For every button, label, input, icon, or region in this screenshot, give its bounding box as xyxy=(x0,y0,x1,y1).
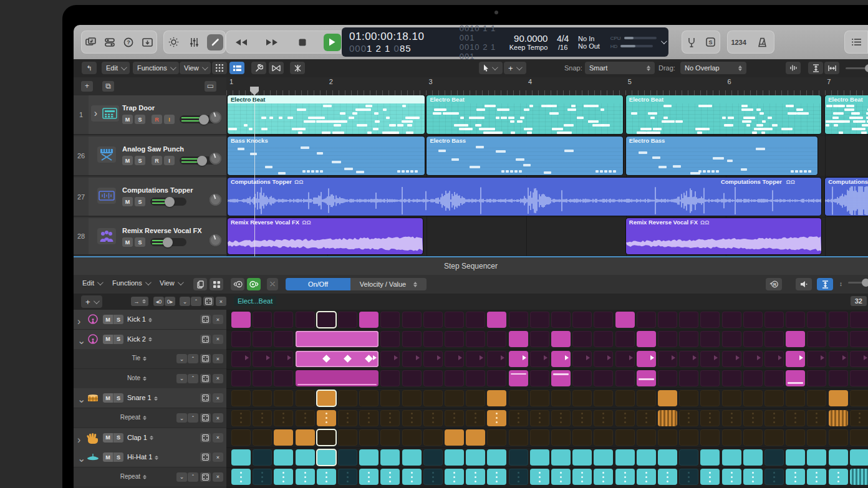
step-kick2-22[interactable] xyxy=(679,331,698,347)
step-snare1-repeat-30[interactable] xyxy=(850,410,868,426)
nudge-left-button[interactable]: ◂0 xyxy=(153,297,164,306)
mute-button[interactable]: M xyxy=(122,156,133,165)
step-snare1-27[interactable] xyxy=(786,390,805,406)
row-disclosure-button[interactable]: ⌄ xyxy=(77,393,85,405)
step-kick2-tie-23[interactable] xyxy=(700,351,720,367)
forward-button[interactable] xyxy=(263,33,281,52)
step-hihat1-23[interactable] xyxy=(700,449,720,466)
step-snare1-29[interactable] xyxy=(829,390,848,406)
step-hihat1-3[interactable] xyxy=(274,449,293,466)
step-snare1-25[interactable] xyxy=(743,390,763,406)
step-clap1-13[interactable] xyxy=(487,429,506,446)
wrench-icon[interactable] xyxy=(251,62,266,74)
step-kick2-note-28[interactable] xyxy=(807,370,826,386)
step-clap1-20[interactable] xyxy=(637,429,656,446)
step-hihat1-25[interactable] xyxy=(743,449,763,466)
step-kick2-8[interactable] xyxy=(380,331,400,347)
copy-pattern-icon[interactable] xyxy=(193,278,207,290)
row-direction-button[interactable]: → xyxy=(131,297,148,306)
play-button[interactable] xyxy=(324,34,341,51)
step-hihat1-repeat-29[interactable] xyxy=(829,469,848,485)
step-clap1-3[interactable] xyxy=(274,429,293,446)
duplicate-track-button[interactable]: ⧉ xyxy=(102,81,114,92)
step-kick2-note-13[interactable] xyxy=(487,370,506,386)
step-clap1-21[interactable] xyxy=(658,429,677,446)
row-dice-button[interactable] xyxy=(200,413,211,423)
step-kick2-note-8[interactable] xyxy=(380,370,400,386)
step-clap1-22[interactable] xyxy=(679,429,698,446)
step-snare1-20[interactable] xyxy=(637,390,656,406)
step-snare1-24[interactable] xyxy=(722,390,741,406)
step-snare1-repeat-23[interactable] xyxy=(700,410,720,426)
step-hihat1-22[interactable] xyxy=(679,449,698,466)
inspector-icon[interactable] xyxy=(140,34,156,50)
seq-row-header-clap1[interactable]: ›MSClap 1× xyxy=(74,428,226,448)
row-solo-button[interactable]: S xyxy=(113,433,123,443)
seq-row-header-kick1[interactable]: ›MSKick 1× xyxy=(74,310,226,330)
step-hihat1-13[interactable] xyxy=(487,449,506,466)
track-name[interactable]: Analog Saw Punch xyxy=(122,145,184,153)
list-editor-icon[interactable] xyxy=(848,34,864,50)
stop-button[interactable] xyxy=(293,33,312,52)
step-kick2-note-30[interactable] xyxy=(850,370,868,386)
count-in-button[interactable]: 1234 xyxy=(731,39,746,46)
help-icon[interactable]: ? xyxy=(120,34,137,50)
region-remix-reverse-vocal-fx[interactable]: Remix Reverse Vocal FXΩΩ xyxy=(626,218,821,254)
solo-button[interactable]: S xyxy=(135,156,145,165)
step-snare1-18[interactable] xyxy=(594,390,613,406)
step-snare1-repeat-26[interactable] xyxy=(764,410,784,426)
step-kick2-17[interactable] xyxy=(572,331,592,347)
step-kick2-note-18[interactable] xyxy=(594,370,613,386)
seq-row-header-snare1-repeat[interactable]: Repeat⌄ˆ× xyxy=(74,408,226,428)
row-clear-button[interactable]: × xyxy=(213,335,223,344)
row-dice-button[interactable] xyxy=(200,472,211,482)
step-snare1-7[interactable] xyxy=(359,390,379,406)
step-hihat1-repeat-13[interactable] xyxy=(487,469,506,485)
step-hihat1-15[interactable] xyxy=(530,449,549,466)
step-hihat1-repeat-19[interactable] xyxy=(615,469,635,485)
pattern-grid-icon[interactable] xyxy=(210,278,223,290)
seq-edit-menu[interactable]: Edit xyxy=(82,279,102,287)
row-label[interactable]: Kick 2 xyxy=(127,335,152,343)
step-kick1-2[interactable] xyxy=(253,312,272,328)
input-monitor-button[interactable]: I xyxy=(164,156,175,165)
step-snare1-4[interactable] xyxy=(296,390,315,406)
decrement-button[interactable]: ⌄ xyxy=(176,472,187,482)
step-kick1-21[interactable] xyxy=(658,312,677,328)
step-hihat1-5[interactable] xyxy=(317,449,336,466)
step-kick2-tie-21[interactable] xyxy=(658,351,677,367)
step-clap1-5[interactable] xyxy=(317,429,336,446)
step-snare1-repeat-25[interactable] xyxy=(743,410,763,426)
seq-zoom-slider[interactable] xyxy=(848,282,868,284)
row-clear-button[interactable]: × xyxy=(213,374,223,383)
step-clap1-9[interactable] xyxy=(402,429,422,446)
step-kick1-4[interactable] xyxy=(296,312,315,328)
step-kick2-tie-25[interactable] xyxy=(743,351,763,367)
row-clear-button[interactable]: × xyxy=(213,315,223,324)
step-kick1-24[interactable] xyxy=(722,312,741,328)
step-kick2-23[interactable] xyxy=(700,331,720,347)
row-solo-button[interactable]: S xyxy=(113,315,123,324)
step-snare1-repeat-14[interactable] xyxy=(509,410,528,426)
step-kick2-note-19[interactable] xyxy=(615,370,635,386)
step-clap1-1[interactable] xyxy=(231,429,251,446)
row-clear-button[interactable]: × xyxy=(213,413,223,423)
step-kick1-27[interactable] xyxy=(786,312,805,328)
step-kick1-26[interactable] xyxy=(764,312,784,328)
step-kick2-tie-15[interactable] xyxy=(530,351,549,367)
step-kick2-10[interactable] xyxy=(423,331,443,347)
step-span-kick2-note[interactable] xyxy=(296,370,379,386)
step-kick2-note-14[interactable] xyxy=(509,370,528,386)
row-dice-button[interactable] xyxy=(200,452,211,462)
secondary-tool-select[interactable]: + xyxy=(504,62,526,74)
step-kick2-note-25[interactable] xyxy=(743,370,763,386)
step-hihat1-repeat-15[interactable] xyxy=(530,469,549,485)
row-label[interactable]: Hi-Hat 1 xyxy=(127,453,158,461)
record-enable-button[interactable]: R xyxy=(152,115,162,124)
step-kick1-16[interactable] xyxy=(551,312,571,328)
row-solo-button[interactable]: S xyxy=(113,452,123,462)
step-kick1-19[interactable] xyxy=(615,312,635,328)
step-hihat1-14[interactable] xyxy=(509,449,528,466)
step-kick2-note-29[interactable] xyxy=(829,370,848,386)
step-hihat1-19[interactable] xyxy=(615,449,635,466)
